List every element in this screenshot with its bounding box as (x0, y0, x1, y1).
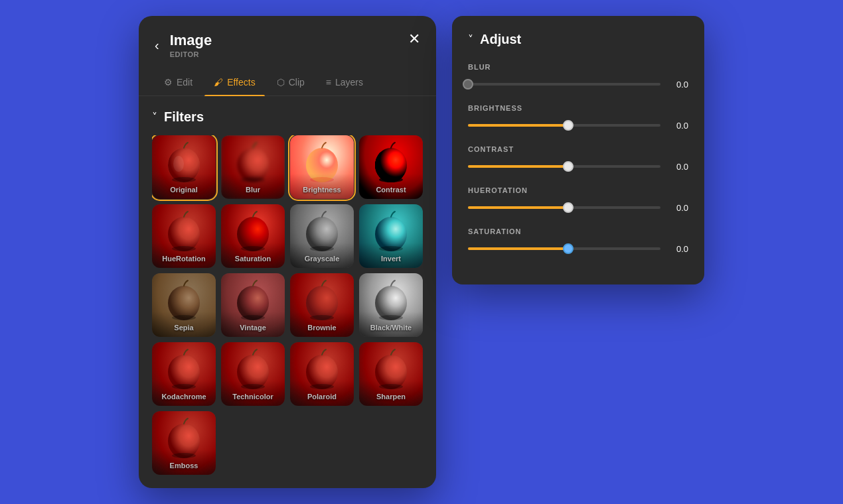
blur-label: BLUR (468, 63, 688, 71)
huerotation-slider-row: 0.0 (468, 201, 688, 214)
effects-icon: 🖌 (214, 77, 223, 88)
filter-sharpen[interactable]: Sharpen (359, 342, 423, 406)
filter-blackwhite-label: Black/White (359, 324, 423, 332)
filter-invert[interactable]: Invert (359, 204, 423, 268)
contrast-value: 0.0 (668, 162, 688, 172)
huerotation-value: 0.0 (668, 203, 688, 213)
adjust-huerotation-section: HUEROTATION 0.0 (468, 186, 688, 214)
filter-invert-label: Invert (359, 255, 423, 263)
svg-point-2 (173, 156, 184, 172)
filter-vintage-label: Vintage (221, 324, 285, 332)
filter-blur[interactable]: Blur (221, 135, 285, 199)
adjust-saturation-section: SATURATION 0.0 (468, 227, 688, 255)
saturation-thumb[interactable] (563, 243, 574, 254)
svg-point-8 (310, 177, 334, 182)
contrast-slider-row: 0.0 (468, 160, 688, 173)
adjust-brightness-section: BRIGHTNESS 0.0 (468, 104, 688, 132)
ui-container: ‹ Image EDITOR ✕ ⚙ Edit 🖌 Effects ⬡ Clip (139, 16, 704, 488)
contrast-fill (468, 165, 568, 168)
svg-point-28 (172, 384, 196, 389)
adjust-blur-section: BLUR 0.0 (468, 63, 688, 91)
blur-thumb[interactable] (463, 79, 473, 90)
clip-icon: ⬡ (277, 77, 285, 88)
svg-point-6 (241, 177, 265, 182)
svg-point-34 (379, 384, 403, 389)
edit-icon: ⚙ (164, 77, 173, 88)
filter-brownie-label: Brownie (290, 324, 354, 332)
filter-technicolor[interactable]: Technicolor (221, 342, 285, 406)
tab-layers-label: Layers (335, 77, 363, 88)
filters-section: ˅ Filters (139, 96, 436, 488)
tab-edit[interactable]: ⚙ Edit (155, 72, 202, 95)
filter-sepia-label: Sepia (152, 324, 216, 332)
huerotation-label: HUEROTATION (468, 186, 688, 194)
tab-clip[interactable]: ⬡ Clip (268, 72, 314, 95)
brightness-thumb[interactable] (563, 120, 574, 131)
tab-clip-label: Clip (289, 77, 305, 88)
editor-title-group: Image EDITOR (170, 32, 212, 58)
svg-point-30 (241, 384, 265, 389)
back-button[interactable]: ‹ (155, 38, 159, 52)
editor-tabs: ⚙ Edit 🖌 Effects ⬡ Clip ≡ Layers (139, 58, 436, 96)
blur-track (468, 83, 660, 86)
filters-grid: Original (152, 135, 423, 475)
saturation-label: SATURATION (468, 227, 688, 235)
saturation-slider-row: 0.0 (468, 242, 688, 255)
editor-panel: ‹ Image EDITOR ✕ ⚙ Edit 🖌 Effects ⬡ Clip (139, 16, 436, 488)
filter-emboss-label: Emboss (152, 462, 216, 470)
filter-kodachrome-label: Kodachrome (152, 393, 216, 401)
filter-sepia[interactable]: Sepia (152, 273, 216, 337)
close-button[interactable]: ✕ (408, 32, 420, 46)
svg-point-18 (379, 246, 403, 251)
blur-slider[interactable] (468, 78, 660, 91)
filter-original[interactable]: Original (152, 135, 216, 199)
svg-point-14 (241, 246, 265, 251)
huerotation-slider[interactable] (468, 201, 660, 214)
filter-brightness[interactable]: Brightness (290, 135, 354, 199)
filter-saturation[interactable]: Saturation (221, 204, 285, 268)
svg-point-16 (310, 246, 334, 251)
filter-kodachrome[interactable]: Kodachrome (152, 342, 216, 406)
tab-effects[interactable]: 🖌 Effects (204, 72, 265, 95)
contrast-thumb[interactable] (563, 161, 574, 172)
brightness-slider[interactable] (468, 119, 660, 132)
filters-title: Filters (164, 109, 204, 125)
filter-blackwhite[interactable]: Black/White (359, 273, 423, 337)
filter-brownie[interactable]: Brownie (290, 273, 354, 337)
filter-blur-label: Blur (221, 186, 285, 194)
filter-sharpen-label: Sharpen (359, 393, 423, 401)
filter-contrast[interactable]: Contrast (359, 135, 423, 199)
filter-brightness-label: Brightness (290, 186, 354, 194)
filter-polaroid[interactable]: Polaroid (290, 342, 354, 406)
filter-original-label: Original (152, 186, 216, 194)
filter-huerotation[interactable]: HueRotation (152, 204, 216, 268)
saturation-value: 0.0 (668, 244, 688, 254)
adjust-panel: ˅ Adjust BLUR 0.0 BRIGHTNESS (452, 16, 704, 284)
huerotation-fill (468, 206, 568, 209)
adjust-title: Adjust (480, 32, 521, 47)
brightness-value: 0.0 (668, 121, 688, 131)
brightness-label: BRIGHTNESS (468, 104, 688, 112)
svg-point-24 (310, 315, 334, 320)
blur-slider-row: 0.0 (468, 78, 688, 91)
huerotation-thumb[interactable] (563, 202, 574, 213)
editor-subtitle: EDITOR (170, 50, 212, 58)
tab-layers[interactable]: ≡ Layers (317, 72, 372, 95)
filter-vintage[interactable]: Vintage (221, 273, 285, 337)
adjust-chevron-icon: ˅ (468, 33, 473, 46)
svg-point-12 (172, 246, 196, 251)
svg-point-22 (241, 315, 265, 320)
filter-grayscale-label: Grayscale (290, 255, 354, 263)
saturation-slider[interactable] (468, 242, 660, 255)
blur-value: 0.0 (668, 80, 688, 90)
filter-technicolor-label: Technicolor (221, 393, 285, 401)
svg-point-3 (172, 177, 196, 182)
filter-emboss[interactable]: Emboss (152, 411, 216, 475)
svg-point-10 (379, 177, 403, 182)
filter-grayscale[interactable]: Grayscale (290, 204, 354, 268)
editor-title: Image (170, 32, 212, 49)
filters-header: ˅ Filters (152, 109, 423, 125)
contrast-slider[interactable] (468, 160, 660, 173)
tab-effects-label: Effects (227, 77, 256, 88)
brightness-fill (468, 124, 568, 127)
